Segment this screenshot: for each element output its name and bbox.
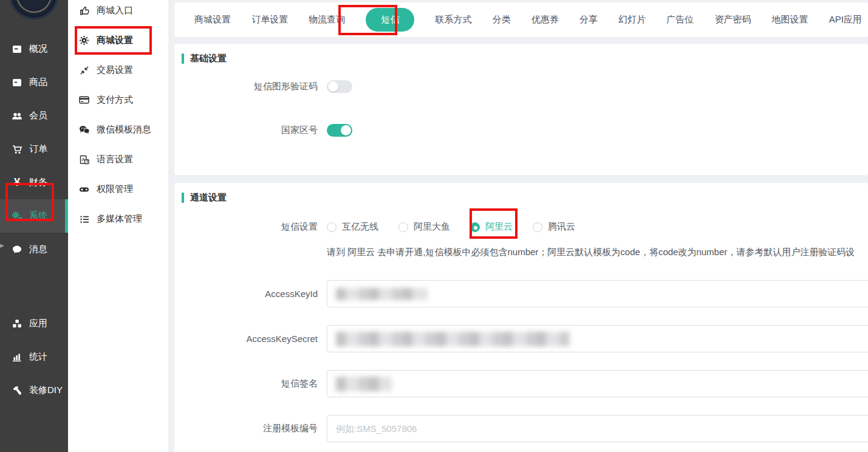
submenu-item-wechat-template-messages[interactable]: 微信模板消息 <box>68 115 168 145</box>
radio-circle-icon <box>470 222 480 232</box>
section-title: 通道设置 <box>190 192 227 204</box>
channel-settings-card: 通道设置 短信设置 互亿无线 阿里大鱼 阿里云 腾讯云 <box>174 183 868 452</box>
system-icon <box>10 211 24 221</box>
wechat-icon <box>78 125 90 134</box>
radio-label: 阿里大鱼 <box>414 221 450 233</box>
toggle-knob <box>341 125 351 135</box>
field-label: AccessKeyId <box>174 289 318 299</box>
gear-icon <box>78 35 90 46</box>
sms-signature-input[interactable] <box>327 370 868 397</box>
submenu-item-label: 商城入口 <box>97 5 133 16</box>
thumb-icon <box>78 6 90 16</box>
sidebar-item-system[interactable]: 系统 <box>0 199 68 233</box>
sidebar-item-label: 统计 <box>29 351 47 363</box>
accesskeyid-input[interactable] <box>327 280 868 307</box>
redacted-value <box>336 332 570 346</box>
primary-sidebar: 概况 商品 会员 订单 ¥ 财务 系统 消息 应用 <box>0 0 68 452</box>
sidebar-item-finance[interactable]: ¥ 财务 <box>0 166 68 199</box>
radio-tencent-cloud[interactable]: 腾讯云 <box>533 221 575 233</box>
tab-asset-password[interactable]: 资产密码 <box>714 14 751 26</box>
tab-sms[interactable]: 短信 <box>366 8 414 32</box>
sidebar-item-members[interactable]: 会员 <box>0 99 68 132</box>
toggle-knob <box>328 81 338 92</box>
settings-tab-bar: 商城设置 订单设置 物流查询 短信 联系方式 分类 优惠券 分享 幻灯片 广告位… <box>174 2 868 37</box>
sidebar-item-apps[interactable]: 应用 <box>0 307 68 340</box>
radio-circle-icon <box>533 222 542 232</box>
submenu-item-label: 微信模板消息 <box>97 124 151 135</box>
sidebar-item-stats[interactable]: 统计 <box>0 340 68 374</box>
field-label: 短信设置 <box>174 221 318 233</box>
messages-icon <box>10 245 24 254</box>
tab-order-settings[interactable]: 订单设置 <box>251 14 288 26</box>
sidebar-item-label: 装修DIY <box>29 385 63 396</box>
accesskeysecret-input[interactable] <box>327 325 868 352</box>
register-template-input[interactable] <box>327 415 868 442</box>
tab-logistics-query[interactable]: 物流查询 <box>309 14 345 26</box>
form-row-sms-signature: 短信签名 <box>174 370 868 397</box>
tab-ad-slots[interactable]: 广告位 <box>666 14 694 26</box>
tab-mall-settings[interactable]: 商城设置 <box>194 14 231 26</box>
field-label: 国家区号 <box>174 125 318 136</box>
app-logo <box>0 0 68 18</box>
submenu-item-label: 交易设置 <box>97 64 133 76</box>
primary-nav: 概况 商品 会员 订单 ¥ 财务 系统 消息 应用 <box>0 18 68 407</box>
sms-captcha-toggle[interactable] <box>327 80 352 93</box>
section-accent-bar <box>182 53 184 64</box>
tab-api-apps[interactable]: API应用 <box>829 14 862 26</box>
field-label: 短信图形验证码 <box>174 81 318 92</box>
sidebar-collapse-handle[interactable]: ▶ <box>0 242 4 248</box>
tab-categories[interactable]: 分类 <box>493 14 511 26</box>
submenu-item-permission-management[interactable]: 权限管理 <box>68 174 168 204</box>
sidebar-item-label: 订单 <box>29 143 47 155</box>
language-icon: A文 <box>78 155 90 165</box>
sidebar-item-label: 概况 <box>29 43 47 55</box>
sidebar-item-label: 应用 <box>29 318 47 329</box>
field-label: AccessKeySecret <box>174 334 318 344</box>
main-content: 商城设置 订单设置 物流查询 短信 联系方式 分类 优惠券 分享 幻灯片 广告位… <box>168 0 868 452</box>
radio-ihuyi[interactable]: 互亿无线 <box>327 221 378 233</box>
members-icon <box>10 111 24 121</box>
radio-aliyun[interactable]: 阿里云 <box>470 221 513 233</box>
field-label: 注册模板编号 <box>174 423 318 434</box>
tab-contact-info[interactable]: 联系方式 <box>436 14 472 26</box>
submenu-item-label: 多媒体管理 <box>97 213 142 225</box>
section-accent-bar <box>182 193 184 203</box>
tab-share[interactable]: 分享 <box>579 14 598 26</box>
sidebar-item-goods[interactable]: 商品 <box>0 66 68 99</box>
section-header-channel: 通道设置 <box>174 183 868 204</box>
redacted-value <box>336 288 427 300</box>
submenu-item-mall-settings[interactable]: 商城设置 <box>68 26 168 55</box>
redacted-value <box>336 377 392 391</box>
submenu-item-trade-settings[interactable]: 交易设置 <box>68 55 168 85</box>
submenu-item-payment-methods[interactable]: 支付方式 <box>68 85 168 115</box>
form-row-sms-captcha: 短信图形验证码 <box>174 80 868 93</box>
sidebar-item-diy[interactable]: 装修DIY <box>0 374 68 407</box>
orders-icon <box>10 145 24 154</box>
tab-map-settings[interactable]: 地图设置 <box>772 14 808 26</box>
radio-label: 腾讯云 <box>548 221 575 233</box>
sidebar-item-orders[interactable]: 订单 <box>0 132 68 166</box>
tab-slideshow[interactable]: 幻灯片 <box>618 14 646 26</box>
svg-text:文: 文 <box>85 159 89 163</box>
tab-coupons[interactable]: 优惠券 <box>531 14 559 26</box>
compress-arrows-icon <box>78 66 90 75</box>
field-label: 短信签名 <box>174 378 318 389</box>
diy-icon <box>10 386 24 396</box>
submenu-item-label: 权限管理 <box>97 183 133 195</box>
submenu-item-label: 语言设置 <box>97 154 133 165</box>
submenu-item-mall-entry[interactable]: 商城入口 <box>68 0 168 26</box>
sidebar-item-messages[interactable]: 消息 <box>0 233 68 266</box>
radio-circle-icon <box>327 222 337 232</box>
stats-icon <box>10 352 24 362</box>
overview-icon <box>10 44 24 54</box>
country-code-toggle[interactable] <box>327 124 352 137</box>
logo-icon[interactable] <box>10 0 58 19</box>
form-row-register-template: 注册模板编号 <box>174 415 868 442</box>
form-row-accesskeyid: AccessKeyId <box>174 280 868 307</box>
submenu-item-language-settings[interactable]: A文 语言设置 <box>68 145 168 174</box>
radio-alidayu[interactable]: 阿里大鱼 <box>398 221 450 233</box>
secondary-sidebar: 商城入口 商城设置 交易设置 支付方式 微信模板消息 A文 语言设置 权限管理 <box>68 0 168 452</box>
form-row-sms-provider: 短信设置 互亿无线 阿里大鱼 阿里云 腾讯云 <box>174 221 868 233</box>
submenu-item-media-management[interactable]: 多媒体管理 <box>68 204 168 234</box>
sidebar-item-overview[interactable]: 概况 <box>0 32 68 66</box>
